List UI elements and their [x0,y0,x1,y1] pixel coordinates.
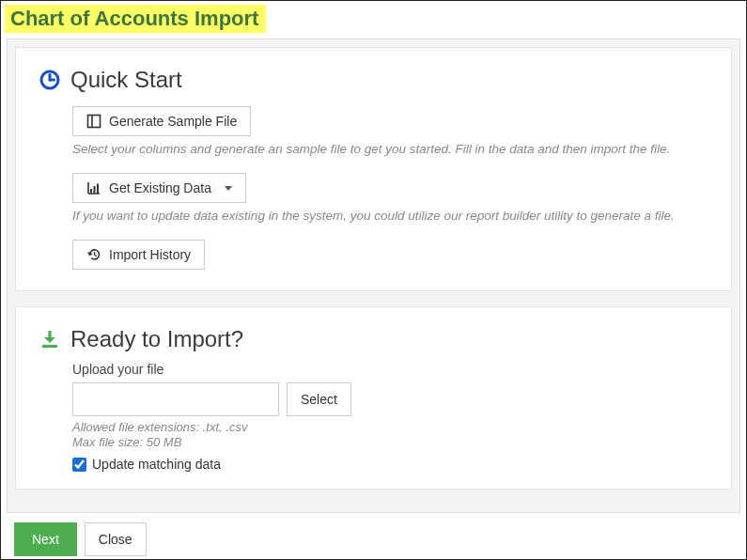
layout-icon [86,114,101,129]
max-file-size-hint: Max file size: 50 MB [72,435,708,449]
quick-start-title: Quick Start [70,67,182,93]
update-matching-row[interactable]: Update matching data [72,457,708,472]
main-content: Quick Start Generate Sample File Select … [7,39,740,513]
page-title: Chart of Accounts Import [5,5,266,33]
svg-rect-7 [90,189,92,193]
download-icon [39,328,61,350]
generate-sample-file-label: Generate Sample File [109,114,237,129]
import-history-label: Import History [109,247,191,262]
svg-rect-12 [42,345,57,348]
quick-start-panel: Quick Start Generate Sample File Select … [15,47,732,291]
upload-file-label: Upload your file [72,362,708,377]
next-button[interactable]: Next [14,522,77,556]
update-matching-checkbox[interactable] [72,458,86,472]
next-button-label: Next [32,532,59,547]
chevron-down-icon [225,186,232,191]
select-file-button[interactable]: Select [287,382,351,416]
get-existing-data-label: Get Existing Data [109,180,211,195]
get-existing-data-button[interactable]: Get Existing Data [72,173,246,203]
svg-rect-9 [97,184,99,194]
bar-chart-icon [86,180,101,195]
import-history-button[interactable]: Import History [72,240,205,270]
ready-import-panel: Ready to Import? Upload your file Select… [15,306,732,490]
clock-icon [39,69,61,91]
ready-import-title: Ready to Import? [70,326,243,352]
get-existing-help: If you want to update data existing in t… [72,209,708,223]
close-button[interactable]: Close [85,522,147,556]
generate-sample-file-button[interactable]: Generate Sample File [72,106,251,136]
svg-rect-8 [94,186,96,193]
svg-line-11 [95,255,97,256]
select-file-label: Select [301,392,337,407]
update-matching-label: Update matching data [92,457,221,472]
upload-file-input[interactable] [72,382,279,416]
generate-sample-help: Select your columns and generate an samp… [72,142,708,156]
allowed-extensions-hint: Allowed file extensions: .txt, .csv [72,420,708,434]
close-button-label: Close [99,532,132,547]
history-icon [86,247,101,262]
footer-buttons: Next Close [14,522,740,556]
svg-rect-3 [88,116,101,128]
